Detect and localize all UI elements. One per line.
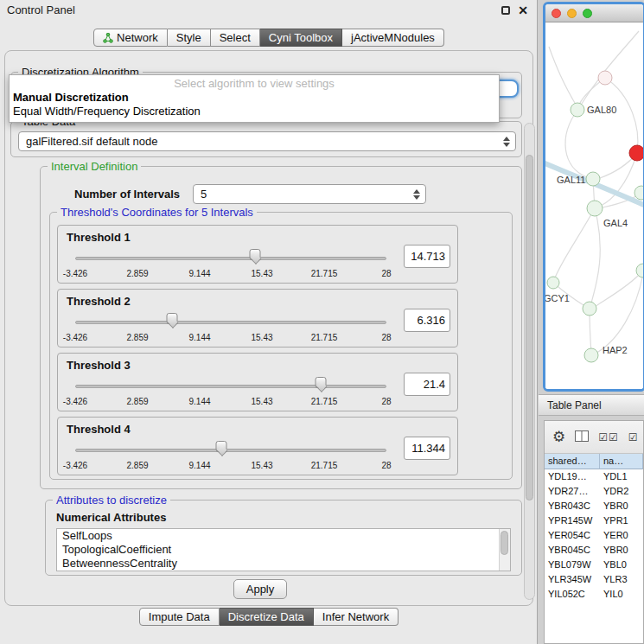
slider-thumb[interactable] xyxy=(316,377,327,388)
node-table-header: shared… na… xyxy=(545,454,643,469)
network-node[interactable] xyxy=(634,186,643,200)
slider-thumb[interactable] xyxy=(166,313,177,324)
table-row[interactable]: YBR045CYBR0 xyxy=(545,543,643,558)
select-columns-icon[interactable]: ☑☑ xyxy=(598,431,619,443)
table-cell: YBR045C xyxy=(545,543,600,558)
number-of-intervals-value: 5 xyxy=(201,185,207,203)
float-window-icon[interactable] xyxy=(501,6,510,15)
control-panel-window: Control Panel ✕ Network Style Select Cyn… xyxy=(0,0,538,644)
network-node-label: GCY1 xyxy=(545,293,570,303)
network-node[interactable] xyxy=(583,302,596,316)
list-item[interactable]: SelfLoops xyxy=(57,529,510,543)
scale-tick-label: 2.859 xyxy=(126,333,148,342)
gear-icon[interactable]: ⚙ xyxy=(552,428,565,446)
table-row[interactable]: YIL052CYIL0 xyxy=(545,587,643,602)
tab-infer-network[interactable]: Infer Network xyxy=(314,608,399,626)
dropdown-option-equal-width-frequency[interactable]: Equal Width/Frequency Discretization xyxy=(10,105,499,118)
combo-arrows-icon xyxy=(413,189,420,200)
column-header-shared-name[interactable]: shared… xyxy=(545,454,600,469)
network-node[interactable] xyxy=(571,103,584,117)
dropdown-option-manual-discretization[interactable]: Manual Discretization xyxy=(10,91,499,105)
tab-jactivemnodules[interactable]: jActiveMNodules xyxy=(342,29,444,47)
close-traffic-light-icon[interactable] xyxy=(552,9,561,18)
table-panel-header[interactable]: Table Panel xyxy=(539,394,644,416)
network-node[interactable] xyxy=(547,277,559,289)
scale-tick-label: -3.426 xyxy=(63,461,87,470)
network-canvas[interactable]: GAL80GAL11GAL4GCY1HAP2 xyxy=(545,22,643,389)
threshold-label: Threshold 3 xyxy=(67,359,131,372)
network-node[interactable] xyxy=(586,172,600,186)
columns-icon[interactable] xyxy=(575,430,589,445)
network-window-titlebar[interactable] xyxy=(545,4,643,22)
tab-select[interactable]: Select xyxy=(211,29,260,47)
scrollbar-thumb[interactable] xyxy=(501,531,508,555)
table-cell: YER0 xyxy=(600,528,643,543)
threshold-value-field[interactable]: 11.344 xyxy=(404,437,450,460)
table-cell: YBL0 xyxy=(600,558,643,572)
table-row[interactable]: YDL19…YDL1 xyxy=(545,469,643,484)
tab-discretize-data[interactable]: Discretize Data xyxy=(220,608,314,626)
threshold-value-field[interactable]: 21.4 xyxy=(404,373,450,396)
scrollbar-thumb[interactable] xyxy=(526,155,533,501)
threshold-label: Threshold 4 xyxy=(67,423,131,436)
network-node-label: HAP2 xyxy=(603,345,628,355)
slider-scale: -3.4262.8599.14415.4321.71528 xyxy=(75,397,386,408)
network-node[interactable] xyxy=(584,348,598,362)
table-row[interactable]: YER054CYER0 xyxy=(545,528,643,543)
number-of-intervals-select[interactable]: 5 xyxy=(193,184,426,204)
scale-tick-label: 21.715 xyxy=(311,397,338,406)
scale-tick-label: 28 xyxy=(381,397,391,406)
network-node[interactable] xyxy=(598,71,612,85)
table-cell: YBR0 xyxy=(600,499,643,513)
list-item[interactable]: TopologicalCoefficient xyxy=(57,543,510,557)
tab-cyni-toolbox[interactable]: Cyni Toolbox xyxy=(260,29,342,47)
numerical-attributes-list: SelfLoops TopologicalCoefficient Between… xyxy=(56,528,511,571)
table-row[interactable]: YPR145WYPR1 xyxy=(545,513,643,528)
list-item[interactable]: BetweennessCentrality xyxy=(57,557,510,571)
scale-tick-label: 21.715 xyxy=(311,269,338,278)
table-cell: YER054C xyxy=(545,528,600,543)
close-icon[interactable]: ✕ xyxy=(518,4,528,16)
zoom-traffic-light-icon[interactable] xyxy=(583,9,592,18)
network-node-selected[interactable] xyxy=(629,145,643,161)
control-panel-tabs: Network Style Select Cyni Toolbox jActiv… xyxy=(0,29,538,47)
tab-label: Network xyxy=(117,31,158,44)
scale-tick-label: 28 xyxy=(381,461,391,470)
table-row[interactable]: YBR043CYBR0 xyxy=(545,499,643,513)
cyni-bottom-tabs: Impute Data Discretize Data Infer Networ… xyxy=(0,608,538,626)
control-panel-scrollbar[interactable] xyxy=(524,123,535,600)
table-row[interactable]: YLR345WYLR3 xyxy=(545,572,643,587)
table-data-select[interactable]: galFiltered.sif default node xyxy=(18,131,516,151)
select-all-icon[interactable]: ☑ xyxy=(628,431,639,443)
tab-style[interactable]: Style xyxy=(168,29,211,47)
network-node[interactable] xyxy=(587,201,603,216)
slider-track xyxy=(75,321,386,324)
network-window: GAL80GAL11GAL4GCY1HAP2 xyxy=(543,2,644,392)
table-row[interactable]: YDR27…YDR2 xyxy=(545,484,643,499)
table-panel-title: Table Panel xyxy=(547,399,602,411)
minimize-traffic-light-icon[interactable] xyxy=(567,9,577,18)
scale-tick-label: 2.859 xyxy=(126,397,148,406)
list-scrollbar[interactable] xyxy=(499,529,510,571)
slider-thumb[interactable] xyxy=(216,441,227,452)
threshold-slider[interactable] xyxy=(75,316,386,331)
attributes-group-label: Attributes to discretize xyxy=(53,494,170,507)
threshold-slider[interactable] xyxy=(75,443,386,459)
threshold-value-field[interactable]: 6.316 xyxy=(404,309,450,332)
table-data-group: Table Data galFiltered.sif default node xyxy=(10,121,522,157)
slider-thumb[interactable] xyxy=(249,249,260,260)
thresholds-group-label: Threshold's Coordinates for 5 Intervals xyxy=(57,206,257,219)
network-node[interactable] xyxy=(636,264,643,277)
apply-button[interactable]: Apply xyxy=(233,579,287,599)
tab-impute-data[interactable]: Impute Data xyxy=(139,608,220,626)
threshold-slider[interactable] xyxy=(75,252,386,267)
column-header-name[interactable]: na… xyxy=(600,454,643,469)
slider-scale: -3.4262.8599.14415.4321.71528 xyxy=(75,461,386,472)
dropdown-placeholder: Select algorithm to view settings xyxy=(10,75,499,91)
table-row[interactable]: YBL079WYBL0 xyxy=(545,558,643,572)
tab-network[interactable]: Network xyxy=(93,29,168,47)
threshold-slider[interactable] xyxy=(75,379,386,395)
threshold-label: Threshold 2 xyxy=(67,295,131,308)
threshold-value-field[interactable]: 14.713 xyxy=(404,245,450,268)
threshold-panel-3: Threshold 3 -3.4262.8599.14415.4321.7152… xyxy=(57,353,458,411)
